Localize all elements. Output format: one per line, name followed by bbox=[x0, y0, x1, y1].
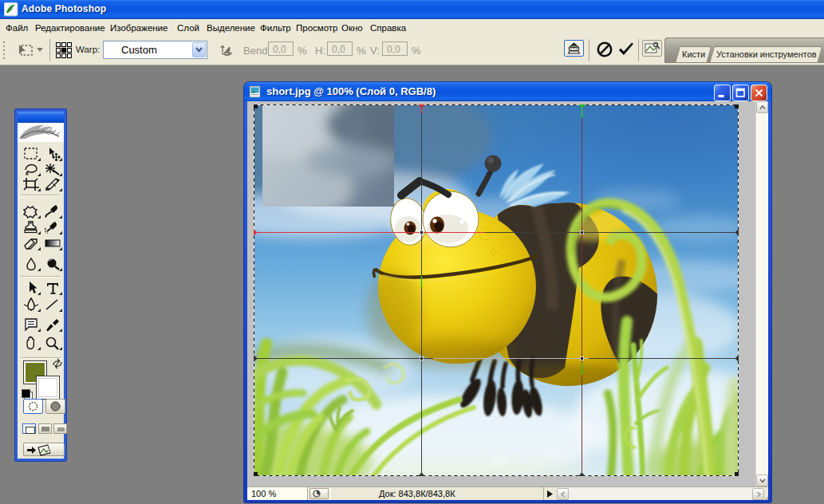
svg-text:fga: fga bbox=[491, 453, 507, 466]
